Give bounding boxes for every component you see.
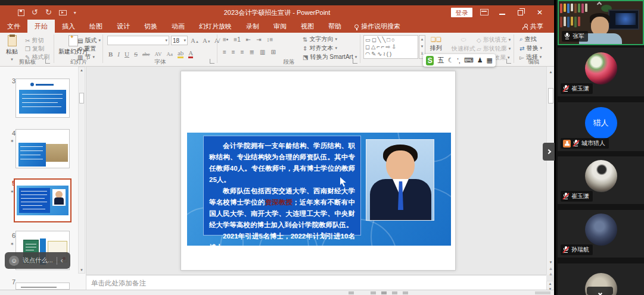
status-icon[interactable] bbox=[349, 291, 354, 294]
tab-transitions[interactable]: 切换 bbox=[137, 20, 164, 33]
cut-button[interactable]: ✂剪切 bbox=[25, 36, 43, 45]
notes-pane[interactable]: 单击此处添加备注 bbox=[86, 275, 546, 290]
tab-record[interactable]: 录制 bbox=[239, 20, 266, 33]
restore-button[interactable] bbox=[518, 10, 523, 15]
font-dialog-launcher-icon[interactable] bbox=[210, 59, 214, 64]
video-tile-sunruihang[interactable]: 孙瑞航 bbox=[558, 210, 644, 258]
status-bar bbox=[0, 290, 554, 295]
grow-font-icon[interactable]: A▲ bbox=[191, 37, 199, 44]
table-options-button[interactable]: ⊞ bbox=[270, 49, 275, 55]
share-button[interactable]: 共享 bbox=[522, 22, 543, 31]
character-spacing-button[interactable]: AV bbox=[155, 51, 162, 57]
sogou-skin-icon[interactable]: ♟ bbox=[477, 57, 483, 64]
video-tile-chengshilieren[interactable]: 猎人 城市猎人 bbox=[558, 102, 644, 151]
tab-animations[interactable]: 动画 bbox=[164, 20, 192, 33]
tab-view[interactable]: 视图 bbox=[294, 20, 321, 33]
tab-review[interactable]: 审阅 bbox=[266, 20, 294, 33]
scroll-up-icon[interactable]: ▲ bbox=[79, 68, 85, 72]
scrollbar-thumb[interactable] bbox=[548, 88, 553, 103]
video-tile-zhangjun[interactable]: 张军 bbox=[558, 0, 644, 45]
shapes-gallery[interactable]: ▭◻╲╲□○◻△⌐⌐⇨⇩◠✎∿≀() bbox=[363, 35, 418, 59]
slideshow-view-icon[interactable] bbox=[403, 291, 408, 294]
sogou-keyboard-icon[interactable]: ⌨ bbox=[464, 57, 474, 64]
quick-styles-button[interactable]: ⬭ 快速样式 bbox=[452, 36, 475, 53]
layout-button[interactable]: ▤版式▾ bbox=[77, 36, 101, 45]
clipboard-dialog-launcher-icon[interactable] bbox=[45, 59, 50, 64]
underline-button[interactable]: U bbox=[125, 51, 129, 58]
change-case-button[interactable]: Aa bbox=[166, 51, 173, 57]
canvas-scrollbar[interactable]: ▲ ▼ ≙ ≚ bbox=[546, 67, 554, 275]
font-size-combobox[interactable]: 18▾ bbox=[171, 36, 188, 45]
columns-button[interactable]: ▥ bbox=[260, 49, 265, 55]
copy-button[interactable]: ❐复制 bbox=[25, 45, 44, 53]
panel-collapse-handle[interactable] bbox=[543, 143, 555, 161]
decrease-indent-button[interactable]: ⇤ bbox=[246, 36, 251, 43]
sogou-wubi-mode[interactable]: 五 bbox=[437, 56, 444, 65]
minimize-button[interactable] bbox=[499, 14, 505, 15]
sogou-night-mode-icon[interactable]: ☾ bbox=[447, 57, 453, 64]
align-text-button[interactable]: ⇕对齐文本▾ bbox=[303, 44, 337, 52]
text-direction-button[interactable]: ⇅文字方向▾ bbox=[303, 35, 337, 43]
slide-thumbnail-7[interactable] bbox=[15, 283, 70, 290]
line-spacing-button[interactable]: ↕≡ bbox=[267, 36, 273, 43]
meeting-chat-input[interactable]: ☺ 说点什么... ‹ bbox=[5, 252, 70, 269]
increase-indent-button[interactable]: ⇥ bbox=[256, 36, 261, 43]
video-tile-cuiyuxiao-1[interactable]: 崔玉潇 bbox=[558, 48, 644, 96]
collapse-chat-icon[interactable]: ‹ bbox=[61, 256, 63, 265]
slide-thumbnail-5-selected[interactable] bbox=[14, 178, 71, 222]
align-left-button[interactable]: ≡ bbox=[223, 49, 226, 55]
sogou-input-bar[interactable]: S 五 ☾ ’, ⌨ ♟ ▦ bbox=[423, 54, 496, 67]
slide-thumbnail-4[interactable] bbox=[15, 129, 70, 168]
arrange-button[interactable]: ❏❏ 排列 bbox=[430, 36, 442, 52]
normal-view-icon[interactable] bbox=[371, 291, 376, 294]
sign-in-button[interactable]: 登录 bbox=[451, 8, 472, 17]
justify-button[interactable]: ≣ bbox=[250, 49, 254, 55]
collapse-tiles-button[interactable] bbox=[587, 287, 613, 295]
thumbnail-scrollbar[interactable]: ▲ ▼ bbox=[78, 67, 85, 274]
zoom-control[interactable] bbox=[535, 291, 550, 294]
font-color-button[interactable]: A bbox=[188, 49, 193, 58]
strikethrough-button[interactable]: S bbox=[134, 51, 138, 58]
align-center-button[interactable]: ≡ bbox=[232, 49, 235, 55]
find-button[interactable]: ⌕查找 bbox=[519, 35, 537, 43]
drawing-dialog-launcher-icon[interactable] bbox=[506, 59, 511, 64]
slide-thumbnail-3[interactable] bbox=[15, 79, 70, 118]
slide-sorter-view-icon[interactable] bbox=[381, 291, 387, 294]
sogou-punctuation-icon[interactable]: ’, bbox=[457, 57, 461, 64]
bold-button[interactable]: B bbox=[108, 51, 113, 58]
slide-text-box[interactable]: 会计学院拥有一支年龄结构、学历结构、职称结构、专业结构较为合理的师资队伍。其中专… bbox=[203, 136, 361, 236]
dropdown-arrow-icon: ▾ bbox=[509, 46, 511, 51]
emoji-icon[interactable]: ☺ bbox=[9, 256, 19, 266]
tab-home[interactable]: 开始 bbox=[27, 20, 55, 33]
ribbon-display-options-icon[interactable] bbox=[480, 9, 489, 15]
tab-insert[interactable]: 插入 bbox=[55, 20, 82, 33]
italic-button[interactable]: I bbox=[117, 51, 120, 58]
sogou-toolbox-icon[interactable]: ▦ bbox=[487, 57, 493, 64]
scroll-down-icon[interactable]: ▼ bbox=[79, 268, 85, 272]
tab-help[interactable]: 帮助 bbox=[321, 20, 349, 33]
shape-outline-button[interactable]: ▱形状轮廓▾ bbox=[477, 45, 511, 53]
reading-view-icon[interactable] bbox=[392, 291, 397, 294]
highlight-color-button[interactable]: ab bbox=[178, 49, 183, 58]
tab-design[interactable]: 设计 bbox=[110, 20, 137, 33]
tab-slideshow[interactable]: 幻灯片放映 bbox=[192, 20, 239, 33]
text-shadow-button[interactable]: abc bbox=[142, 51, 150, 57]
tell-me-search[interactable]: 操作说明搜索 bbox=[349, 20, 406, 33]
align-right-button[interactable]: ≡ bbox=[241, 49, 244, 55]
video-tile-cuiyuxiao-2[interactable]: 崔玉潇 bbox=[558, 156, 644, 204]
shrink-font-icon[interactable]: A▼ bbox=[203, 37, 211, 44]
shape-fill-button[interactable]: ◇形状填充▾ bbox=[477, 36, 511, 44]
close-button[interactable]: ✕ bbox=[537, 8, 543, 17]
bullets-button[interactable]: ≡• bbox=[223, 36, 228, 43]
teacher-portrait-photo[interactable] bbox=[366, 139, 434, 221]
tab-draw[interactable]: 绘图 bbox=[82, 20, 110, 33]
reset-button[interactable]: ⟲重置 bbox=[77, 45, 96, 53]
slide-canvas[interactable]: 会计学院拥有一支年龄结构、学历结构、职称结构、专业结构较为合理的师资队伍。其中专… bbox=[181, 71, 456, 271]
tab-file[interactable]: 文件 bbox=[0, 20, 27, 33]
sogou-logo-icon[interactable]: S bbox=[426, 56, 434, 65]
replace-button[interactable]: ⇄替换▾ bbox=[519, 44, 542, 52]
paragraph-dialog-launcher-icon[interactable] bbox=[353, 59, 357, 64]
numbering-button[interactable]: ≡1 bbox=[234, 36, 240, 43]
font-name-combobox[interactable]: ▾ bbox=[107, 36, 169, 45]
scrollbar-thumb[interactable] bbox=[79, 93, 84, 103]
